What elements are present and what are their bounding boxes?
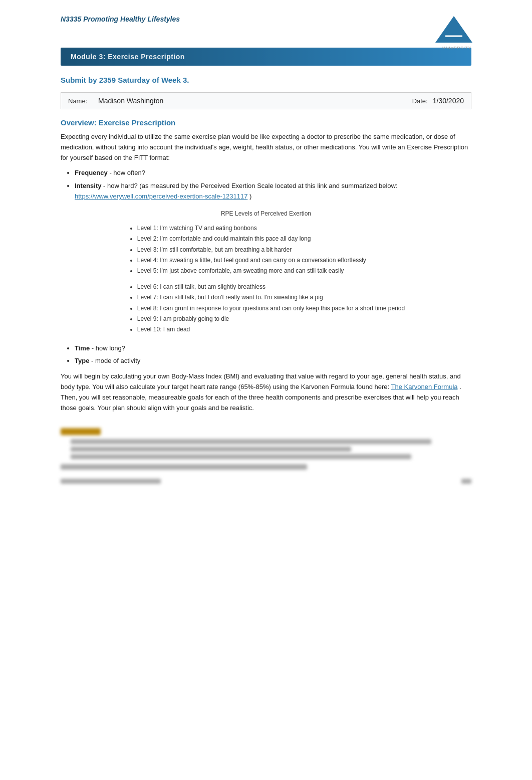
university-logo: UNIVERSITY: [431, 15, 471, 43]
name-date-row: Name: Madison Washington Date: 1/30/2020: [61, 92, 471, 109]
rpe-level-7: Level 7: I can still talk, but I don't r…: [137, 292, 405, 302]
frequency-bullet: Frequency - how often?: [75, 168, 471, 178]
rpe-level-6: Level 6: I can still talk, but am slight…: [137, 282, 405, 292]
rpe-title: RPE Levels of Perceived Exertion: [106, 210, 426, 217]
rpe-box: RPE Levels of Perceived Exertion Level 1…: [106, 210, 426, 335]
rpe-level-3: Level 3: I'm still comfortable, but am b…: [137, 245, 405, 255]
rpe-level-4: Level 4: I'm sweating a little, but feel…: [137, 255, 405, 265]
blurred-sublist: [71, 439, 471, 459]
intensity-bullet: Intensity - how hard? (as measured by th…: [75, 181, 471, 202]
blurred-footer: [61, 479, 471, 484]
blurred-line-4: [61, 464, 307, 470]
svg-marker-0: [435, 16, 472, 43]
logo-area: UNIVERSITY: [431, 15, 471, 43]
blurred-extra: [61, 464, 471, 470]
intensity-text: - how hard? (as measured by the Perceive…: [103, 182, 397, 189]
rpe-level-5: Level 5: I'm just above comfortable, am …: [137, 266, 405, 276]
frequency-label: Frequency: [75, 169, 108, 176]
rpe-level-9: Level 9: I am probably going to die: [137, 314, 405, 324]
blurred-line-2: [71, 447, 351, 452]
type-bullet: Type - mode of activity: [75, 356, 471, 366]
student-name: Madison Washington: [98, 97, 412, 105]
header: N3335 Promoting Healthy Lifestyles UNIVE…: [61, 15, 471, 43]
blurred-heading: [61, 428, 101, 435]
overview-section: Overview: Exercise Prescription Expectin…: [61, 118, 471, 413]
time-bullet: Time - how long?: [75, 343, 471, 354]
rpe-level-2: Level 2: I'm comfortable and could maint…: [137, 234, 405, 244]
karvonen-link[interactable]: The Karvonen Formula: [391, 383, 458, 391]
rpe-level-10: Level 10: I am dead: [137, 324, 405, 334]
course-title: N3335 Promoting Healthy Lifestyles: [61, 15, 180, 23]
blurred-line-3: [71, 454, 411, 459]
submit-deadline: Submit by 2359 Saturday of Week 3.: [61, 76, 471, 84]
intensity-link[interactable]: https://www.verywell.com/perceived-exert…: [75, 192, 247, 200]
time-label: Time: [75, 344, 90, 352]
submission-date: 1/30/2020: [433, 97, 464, 105]
overview-heading: Overview: Exercise Prescription: [61, 118, 471, 127]
name-label: Name:: [68, 97, 93, 105]
logo-text: UNIVERSITY: [431, 46, 471, 50]
intensity-close-paren: ): [249, 192, 251, 200]
intensity-label: Intensity: [75, 182, 101, 189]
banner-title: Module 3: Exercise Prescription: [71, 53, 185, 61]
frequency-text: - how often?: [109, 169, 145, 176]
type-text: - mode of activity: [91, 357, 140, 364]
fitt-bullets-bottom: Time - how long? Type - mode of activity: [75, 343, 471, 367]
overview-paragraph-1: Expecting every individual to utilize th…: [61, 132, 471, 163]
footer-blurred-text: [61, 479, 161, 484]
footer-blurred-num: [461, 479, 471, 484]
course-title-area: N3335 Promoting Healthy Lifestyles: [61, 15, 180, 25]
overview-paragraph-2: You will begin by calculating your own B…: [61, 371, 471, 413]
module-banner: Module 3: Exercise Prescription: [61, 48, 471, 66]
rpe-level-8: Level 8: I can grunt in response to your…: [137, 303, 405, 313]
blurred-line-1: [71, 439, 431, 444]
rpe-level-1: Level 1: I'm watching TV and eating bonb…: [137, 223, 405, 233]
rpe-list: Level 1: I'm watching TV and eating bonb…: [127, 223, 405, 335]
date-label: Date:: [412, 97, 428, 105]
blurred-section: [61, 423, 471, 489]
type-label: Type: [75, 357, 89, 364]
fitt-bullets-top: Frequency - how often? Intensity - how h…: [75, 168, 471, 202]
time-text: - how long?: [92, 344, 125, 352]
